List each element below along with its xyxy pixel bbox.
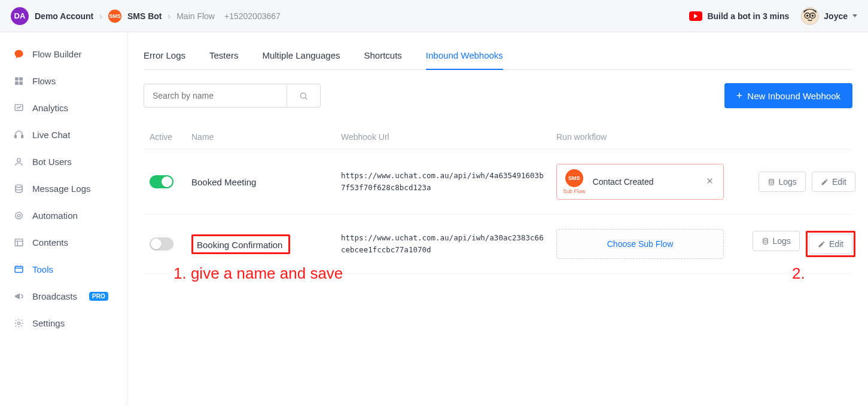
sidebar-item-label: Live Chat bbox=[32, 130, 70, 140]
svg-point-13 bbox=[15, 185, 22, 187]
youtube-icon bbox=[689, 11, 702, 21]
table-header: Active Name Webhook Url Run workflow bbox=[144, 125, 852, 149]
headset-icon bbox=[13, 130, 24, 140]
sidebar-item-automation[interactable]: Automation bbox=[0, 202, 127, 229]
col-workflow: Run workflow bbox=[556, 132, 748, 142]
button-label: Choose Sub Flow bbox=[607, 239, 674, 249]
stack-icon bbox=[768, 178, 775, 186]
chart-icon bbox=[13, 103, 24, 113]
tab-inbound-webhooks[interactable]: Inbound Webhooks bbox=[426, 45, 503, 70]
webhook-name: Booked Meeting bbox=[191, 177, 341, 187]
edit-button[interactable]: Edit bbox=[812, 172, 855, 192]
plus-icon: + bbox=[736, 90, 743, 101]
svg-point-19 bbox=[301, 93, 306, 98]
top-bar: DA Demo Account › SMS SMS Bot › Main Flo… bbox=[0, 0, 868, 32]
button-label: New Inbound Webhook bbox=[747, 91, 840, 101]
svg-point-21 bbox=[763, 238, 768, 240]
webhook-url[interactable]: https://www.uchat.com.au/api/iwh/4a63549… bbox=[341, 170, 556, 194]
tab-testers[interactable]: Testers bbox=[209, 45, 238, 69]
stack-icon bbox=[762, 237, 769, 245]
active-toggle[interactable] bbox=[150, 237, 173, 251]
webhook-name: Booking Confirmation bbox=[191, 234, 290, 254]
sidebar-item-flows[interactable]: Flows bbox=[0, 68, 127, 94]
sidebar-item-message-logs[interactable]: Message Logs bbox=[0, 175, 127, 202]
webhook-url[interactable]: https://www.uchat.com.au/api/iwh/a30ac23… bbox=[341, 232, 556, 256]
sidebar-item-settings[interactable]: Settings bbox=[0, 310, 127, 337]
grid-icon bbox=[13, 76, 24, 86]
chat-bubble-icon bbox=[13, 49, 24, 59]
promo-link[interactable]: Build a bot in 3 mins bbox=[689, 11, 789, 21]
promo-text: Build a bot in 3 mins bbox=[707, 11, 789, 21]
workflow-card[interactable]: SMS Sub Flow Contact Created bbox=[556, 164, 724, 200]
sms-icon: SMS bbox=[108, 10, 121, 23]
edit-button[interactable]: Edit bbox=[809, 234, 852, 254]
remove-workflow-button[interactable] bbox=[703, 174, 716, 190]
megaphone-icon bbox=[13, 291, 24, 301]
search-input[interactable] bbox=[144, 84, 287, 108]
svg-point-20 bbox=[769, 179, 773, 181]
sidebar-item-analytics[interactable]: Analytics bbox=[0, 94, 127, 121]
sidebar-item-label: Analytics bbox=[32, 103, 68, 113]
sidebar-item-label: Flows bbox=[32, 76, 56, 86]
flow-name[interactable]: Main Flow bbox=[176, 11, 215, 21]
svg-point-12 bbox=[17, 158, 20, 162]
tab-multiple-languages[interactable]: Multiple Languages bbox=[262, 45, 340, 69]
pencil-icon bbox=[821, 178, 829, 186]
annotation-text: 1. give a name and save bbox=[173, 264, 343, 283]
button-label: Edit bbox=[832, 177, 846, 187]
sidebar-item-contents[interactable]: Contents bbox=[0, 229, 127, 256]
svg-point-15 bbox=[17, 214, 20, 216]
user-icon bbox=[13, 157, 24, 167]
close-icon bbox=[706, 177, 714, 185]
stack-icon bbox=[13, 184, 24, 194]
gear-icon bbox=[13, 318, 24, 328]
logs-button[interactable]: Logs bbox=[753, 231, 800, 251]
target-icon bbox=[13, 210, 24, 221]
toolbar: + New Inbound Webhook bbox=[144, 83, 852, 108]
annotation-highlight: Edit bbox=[806, 231, 855, 257]
sidebar: Flow Builder Flows Analytics Live Chat B… bbox=[0, 32, 128, 406]
pencil-icon bbox=[818, 240, 826, 248]
workflow-name: Contact Created bbox=[593, 177, 696, 187]
search-icon bbox=[299, 91, 308, 100]
chevron-right-icon: › bbox=[168, 11, 171, 21]
active-toggle[interactable] bbox=[150, 175, 173, 188]
svg-rect-6 bbox=[19, 77, 23, 81]
sidebar-item-live-chat[interactable]: Live Chat bbox=[0, 121, 127, 148]
new-inbound-webhook-button[interactable]: + New Inbound Webhook bbox=[724, 83, 852, 108]
sms-icon: SMS bbox=[565, 169, 583, 187]
annotation-text: 2. bbox=[792, 264, 805, 283]
tab-error-logs[interactable]: Error Logs bbox=[144, 45, 185, 69]
search-button[interactable] bbox=[287, 84, 321, 108]
sidebar-item-label: Message Logs bbox=[32, 184, 91, 194]
pro-badge: PRO bbox=[89, 292, 108, 301]
chevron-right-icon: › bbox=[99, 11, 102, 21]
sidebar-item-label: Broadcasts bbox=[32, 291, 77, 301]
logs-button[interactable]: Logs bbox=[759, 172, 806, 192]
svg-point-3 bbox=[806, 14, 809, 17]
sidebar-item-bot-users[interactable]: Bot Users bbox=[0, 148, 127, 175]
button-label: Edit bbox=[829, 239, 843, 249]
tabs: Error Logs Testers Multiple Languages Sh… bbox=[144, 45, 852, 70]
search-wrap bbox=[144, 84, 321, 108]
sidebar-item-label: Automation bbox=[32, 210, 78, 221]
subflow-label: Sub Flow bbox=[563, 188, 586, 194]
user-avatar bbox=[801, 7, 819, 25]
sidebar-item-label: Bot Users bbox=[32, 157, 72, 167]
svg-rect-10 bbox=[14, 135, 16, 138]
sidebar-item-tools[interactable]: Tools bbox=[0, 256, 127, 283]
table-row: Booked Meeting https://www.uchat.com.au/… bbox=[144, 149, 852, 215]
bot-name[interactable]: SMS Bot bbox=[127, 11, 162, 21]
user-menu[interactable]: Joyce bbox=[801, 7, 857, 25]
choose-subflow-button[interactable]: Choose Sub Flow bbox=[556, 229, 724, 259]
account-name[interactable]: Demo Account bbox=[35, 11, 93, 21]
svg-rect-8 bbox=[19, 81, 23, 85]
phone-number: +15202003667 bbox=[224, 11, 281, 21]
svg-point-14 bbox=[15, 212, 22, 219]
account-avatar[interactable]: DA bbox=[11, 7, 29, 25]
sidebar-item-flow-builder[interactable]: Flow Builder bbox=[0, 41, 127, 68]
sidebar-item-broadcasts[interactable]: Broadcasts PRO bbox=[0, 283, 127, 310]
tab-shortcuts[interactable]: Shortcuts bbox=[364, 45, 401, 69]
chevron-down-icon bbox=[852, 14, 857, 17]
sidebar-item-label: Tools bbox=[32, 264, 53, 274]
